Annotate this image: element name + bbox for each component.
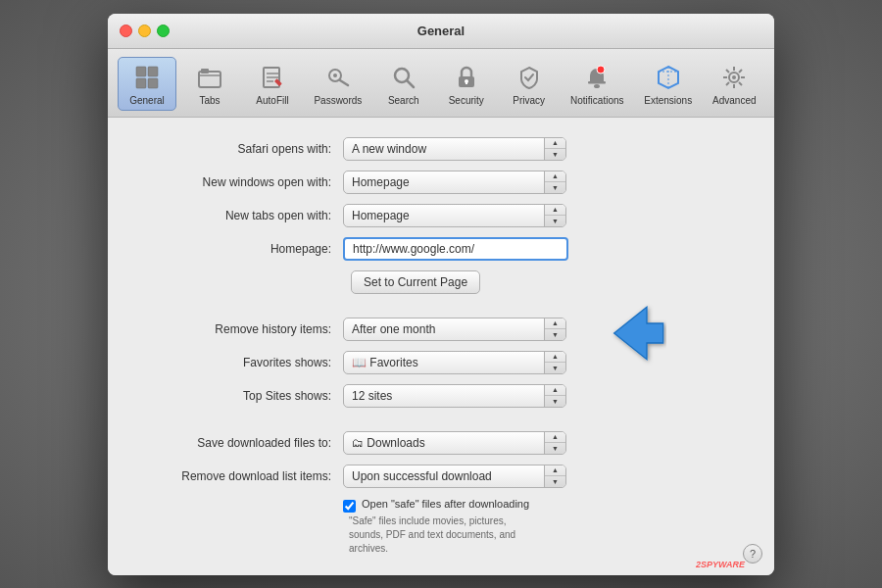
open-safe-files-subtext: "Safe" files include movies, pictures, s… [349, 514, 745, 556]
safari-opens-stepper[interactable]: ▲ ▼ [544, 138, 565, 160]
remove-history-select[interactable]: After one month ▲ ▼ [343, 318, 566, 341]
remove-downloads-value: Upon successful download [352, 469, 492, 483]
passwords-icon [322, 62, 354, 93]
toolbar: General Tabs [108, 49, 774, 118]
svg-line-30 [739, 70, 742, 73]
titlebar: General [108, 14, 774, 49]
homepage-input[interactable] [343, 237, 568, 261]
tab-extensions-label: Extensions [644, 95, 692, 106]
svg-line-29 [739, 82, 742, 85]
stepper-down-icon[interactable]: ▼ [545, 396, 565, 407]
tab-tabs-label: Tabs [199, 95, 220, 106]
set-to-current-page-button[interactable]: Set to Current Page [351, 270, 480, 294]
tab-security[interactable]: Security [437, 57, 496, 111]
open-safe-files-checkbox[interactable] [343, 500, 356, 513]
remove-downloads-select[interactable]: Upon successful download ▲ ▼ [343, 465, 566, 488]
new-tabs-control: Homepage ▲ ▼ [343, 204, 745, 227]
top-sites-row: Top Sites shows: 12 sites ▲ ▼ [137, 384, 745, 408]
tab-tabs[interactable]: Tabs [180, 57, 239, 111]
divider-1 [137, 304, 745, 318]
minimize-button[interactable] [138, 24, 151, 37]
close-button[interactable] [120, 24, 132, 37]
remove-history-value: After one month [352, 322, 435, 336]
new-windows-value: Homepage [352, 175, 410, 189]
remove-downloads-row: Remove download list items: Upon success… [137, 465, 745, 488]
tab-advanced-label: Advanced [712, 95, 756, 106]
watermark: 2SPYWARE [696, 560, 745, 569]
svg-line-31 [726, 82, 729, 85]
stepper-up-icon[interactable]: ▲ [545, 318, 565, 330]
stepper-down-icon[interactable]: ▼ [545, 149, 565, 160]
safari-opens-row: Safari opens with: A new window ▲ ▼ [137, 137, 745, 161]
set-current-page-row: Set to Current Page [137, 270, 745, 294]
stepper-down-icon[interactable]: ▼ [545, 363, 565, 373]
favorites-select[interactable]: 📖 Favorites ▲ ▼ [343, 351, 566, 374]
stepper-down-icon[interactable]: ▼ [545, 329, 565, 340]
tab-general-label: General [129, 95, 165, 106]
safari-opens-control: A new window ▲ ▼ [343, 137, 745, 161]
stepper-up-icon[interactable]: ▲ [545, 432, 565, 444]
tab-search[interactable]: Search [374, 57, 433, 111]
maximize-button[interactable] [157, 24, 170, 37]
top-sites-select[interactable]: 12 sites ▲ ▼ [343, 384, 566, 408]
remove-downloads-stepper[interactable]: ▲ ▼ [544, 466, 565, 487]
tab-notifications-label: Notifications [570, 95, 623, 106]
new-windows-row: New windows open with: Homepage ▲ ▼ [137, 171, 745, 194]
stepper-up-icon[interactable]: ▲ [545, 385, 565, 397]
favorites-row: Favorites shows: 📖 Favorites ▲ ▼ [137, 351, 745, 374]
favorites-control: 📖 Favorites ▲ ▼ [343, 351, 745, 374]
tab-extensions[interactable]: Extensions [636, 57, 701, 111]
divider-2 [137, 417, 745, 431]
svg-rect-19 [588, 81, 606, 84]
new-windows-label: New windows open with: [137, 175, 343, 189]
new-windows-stepper[interactable]: ▲ ▼ [544, 172, 565, 193]
stepper-down-icon[interactable]: ▼ [545, 443, 565, 454]
tab-advanced[interactable]: Advanced [705, 57, 764, 111]
new-windows-select[interactable]: Homepage ▲ ▼ [343, 171, 566, 194]
tab-privacy[interactable]: Privacy [500, 57, 559, 111]
stepper-up-icon[interactable]: ▲ [545, 138, 565, 150]
svg-rect-1 [148, 67, 158, 76]
svg-rect-18 [466, 81, 467, 84]
new-tabs-stepper[interactable]: ▲ ▼ [544, 205, 565, 226]
safari-opens-select[interactable]: A new window ▲ ▼ [343, 137, 566, 161]
stepper-up-icon[interactable]: ▲ [545, 172, 565, 183]
notifications-icon [581, 62, 612, 93]
save-downloads-label: Save downloaded files to: [137, 436, 343, 450]
safari-opens-value: A new window [352, 142, 426, 156]
top-sites-control: 12 sites ▲ ▼ [343, 384, 745, 408]
new-tabs-row: New tabs open with: Homepage ▲ ▼ [137, 204, 745, 227]
top-sites-value: 12 sites [352, 389, 392, 403]
stepper-up-icon[interactable]: ▲ [545, 352, 565, 364]
stepper-up-icon[interactable]: ▲ [545, 205, 565, 217]
tabs-icon [194, 62, 225, 93]
stepper-up-icon[interactable]: ▲ [545, 466, 565, 477]
save-downloads-stepper[interactable]: ▲ ▼ [544, 432, 565, 454]
tab-passwords[interactable]: Passwords [306, 57, 370, 111]
tab-notifications[interactable]: Notifications [563, 57, 632, 111]
favorites-stepper[interactable]: ▲ ▼ [544, 352, 565, 373]
remove-history-stepper[interactable]: ▲ ▼ [544, 318, 565, 340]
homepage-label: Homepage: [137, 242, 343, 256]
svg-rect-2 [136, 78, 146, 88]
top-sites-stepper[interactable]: ▲ ▼ [544, 385, 565, 407]
tab-autofill[interactable]: AutoFill [243, 57, 302, 111]
stepper-down-icon[interactable]: ▼ [545, 216, 565, 226]
open-safe-files-row: Open "safe" files after downloading [343, 498, 745, 513]
autofill-icon [257, 62, 288, 93]
svg-line-15 [407, 80, 414, 87]
svg-point-21 [597, 66, 605, 74]
general-icon [131, 62, 163, 93]
new-windows-control: Homepage ▲ ▼ [343, 171, 745, 194]
help-button[interactable]: ? [743, 544, 762, 564]
save-downloads-select[interactable]: 🗂 Downloads ▲ ▼ [343, 431, 566, 455]
homepage-row: Homepage: [137, 237, 745, 261]
tab-passwords-label: Passwords [314, 95, 362, 106]
favorites-value: 📖 Favorites [352, 356, 418, 369]
new-tabs-select[interactable]: Homepage ▲ ▼ [343, 204, 566, 227]
stepper-down-icon[interactable]: ▼ [545, 182, 565, 193]
safari-preferences-window: General General Tabs [108, 14, 774, 575]
stepper-down-icon[interactable]: ▼ [545, 476, 565, 487]
remove-history-label: Remove history items: [137, 322, 343, 336]
tab-general[interactable]: General [118, 57, 176, 111]
